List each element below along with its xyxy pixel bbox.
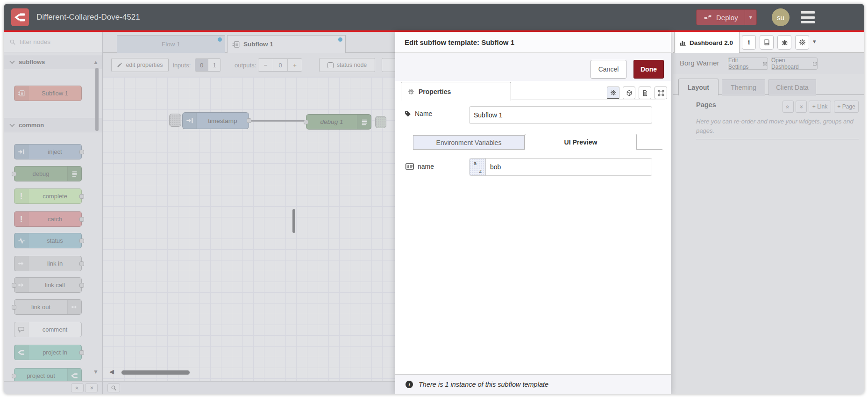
dialog-title: Edit subflow template: Subflow 1 bbox=[395, 32, 671, 53]
sidebar-header: Dashboard 2.0 i ▾ bbox=[673, 32, 864, 53]
modal-shade bbox=[671, 53, 864, 394]
vertical-scrollbar[interactable] bbox=[292, 209, 295, 233]
env-field-label: name bbox=[406, 163, 434, 170]
dialog-button-row: Cancel Done bbox=[395, 53, 671, 81]
document-icon bbox=[642, 90, 648, 96]
horizontal-scrollbar[interactable] bbox=[121, 370, 190, 375]
string-type-button[interactable]: a z bbox=[470, 159, 486, 175]
dialog-body: Properties Name Environment Variables UI… bbox=[395, 81, 671, 374]
info-panel-button[interactable]: i bbox=[742, 35, 756, 50]
node-red-editor: Different-Collared-Dove-4521 Deploy ▾ su… bbox=[0, 0, 868, 398]
user-avatar[interactable]: su bbox=[772, 8, 790, 26]
tab-ui-preview[interactable]: UI Preview bbox=[525, 134, 637, 150]
tab-dashboard-2[interactable]: Dashboard 2.0 bbox=[674, 32, 740, 53]
module-properties-button[interactable] bbox=[623, 87, 635, 99]
node-red-logo-icon bbox=[11, 8, 29, 26]
cancel-button[interactable]: Cancel bbox=[591, 60, 626, 79]
app-window: Different-Collared-Dove-4521 Deploy ▾ su… bbox=[4, 4, 864, 394]
deploy-options-caret[interactable]: ▾ bbox=[745, 10, 756, 25]
bar-chart-icon bbox=[679, 39, 686, 46]
tab-environment-variables[interactable]: Environment Variables bbox=[413, 135, 525, 150]
sidebar-options-caret[interactable]: ▾ bbox=[813, 38, 816, 45]
edit-properties-pane-button[interactable] bbox=[607, 87, 619, 99]
info-icon: i bbox=[406, 381, 413, 388]
gear-icon bbox=[799, 39, 806, 46]
description-button[interactable] bbox=[639, 87, 651, 99]
deploy-icon bbox=[703, 13, 712, 22]
deploy-button[interactable]: Deploy ▾ bbox=[696, 9, 757, 25]
subflow-name-input[interactable] bbox=[469, 106, 652, 124]
env-value-input[interactable] bbox=[486, 159, 652, 175]
instance-count-text: There is 1 instance of this subflow temp… bbox=[419, 381, 548, 388]
scroll-left-icon[interactable]: ◀ bbox=[109, 368, 114, 375]
done-button[interactable]: Done bbox=[633, 60, 664, 79]
appearance-button[interactable] bbox=[655, 87, 667, 99]
app-header: Different-Collared-Dove-4521 Deploy ▾ su bbox=[4, 4, 864, 30]
dialog-footer: i There is 1 instance of this subflow te… bbox=[395, 374, 671, 394]
bug-icon bbox=[781, 39, 788, 46]
id-card-icon bbox=[406, 163, 414, 170]
modal-shade bbox=[4, 32, 395, 394]
gear-icon bbox=[408, 88, 414, 95]
gear-icon bbox=[610, 89, 617, 96]
selection-frame-icon bbox=[658, 90, 664, 96]
cube-icon bbox=[626, 90, 633, 96]
edit-subflow-dialog: Edit subflow template: Subflow 1 Cancel … bbox=[395, 32, 671, 394]
env-value-field: a z bbox=[469, 158, 652, 176]
main-menu-icon[interactable] bbox=[801, 11, 815, 23]
book-icon bbox=[763, 39, 770, 46]
config-panel-button[interactable] bbox=[795, 35, 809, 50]
info-icon: i bbox=[748, 38, 750, 46]
tag-icon bbox=[405, 110, 411, 117]
deploy-label: Deploy bbox=[716, 14, 738, 22]
workspace-title: Different-Collared-Dove-4521 bbox=[36, 4, 140, 30]
name-field-label: Name bbox=[405, 110, 432, 117]
help-panel-button[interactable] bbox=[760, 35, 774, 50]
debug-panel-button[interactable] bbox=[777, 35, 791, 50]
tab-properties[interactable]: Properties bbox=[401, 82, 511, 101]
